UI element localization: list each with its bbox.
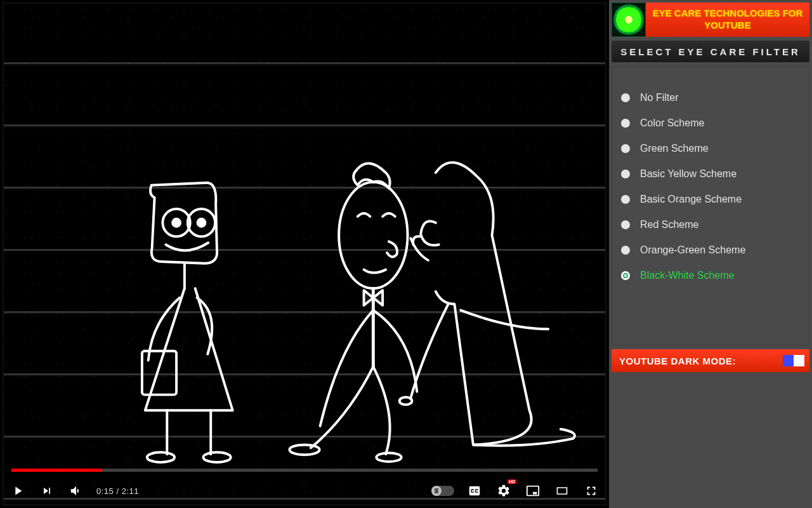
video-player[interactable]: 0:15 / 2:11 HD [0, 0, 609, 508]
filter-label: Color Scheme [640, 117, 704, 129]
time-separator: / [116, 486, 121, 496]
progress-played [11, 469, 102, 472]
filter-label: Black-White Scheme [640, 270, 735, 281]
filter-label: Basic Yellow Scheme [640, 168, 737, 180]
next-button[interactable] [38, 482, 56, 500]
dark-mode-label: YOUTUBE DARK MODE: [619, 356, 736, 366]
captions-button[interactable] [466, 482, 483, 500]
duration: 2:11 [122, 486, 139, 496]
filter-label: No Filter [640, 92, 678, 104]
svg-point-1 [188, 209, 215, 236]
radio-icon [621, 220, 630, 229]
dark-mode-knob [794, 355, 804, 366]
filter-label: Basic Orange Scheme [640, 194, 742, 205]
video-frame [3, 3, 606, 505]
radio-icon [621, 246, 630, 255]
filter-option[interactable]: Basic Orange Scheme [621, 194, 805, 205]
play-button[interactable] [9, 482, 27, 500]
dark-mode-toggle[interactable] [783, 355, 804, 366]
fullscreen-button[interactable] [582, 482, 600, 500]
filter-option[interactable]: Orange-Green Scheme [621, 244, 805, 256]
autoplay-knob [431, 486, 442, 496]
filter-label: Red Scheme [640, 219, 699, 231]
filter-label: Orange-Green Scheme [640, 244, 745, 256]
svg-point-5 [147, 452, 174, 462]
svg-point-0 [162, 209, 190, 236]
brand-header: EYE CARE TECHNOLOGIES FOR YOUTUBE [612, 3, 809, 37]
hd-badge: HD [508, 479, 516, 484]
volume-button[interactable] [67, 482, 85, 500]
radio-icon [621, 195, 630, 204]
brand-title: EYE CARE TECHNOLOGIES FOR YOUTUBE [646, 8, 809, 32]
svg-point-3 [198, 219, 206, 227]
settings-button[interactable]: HD [495, 482, 513, 500]
video-noise-overlay [4, 4, 605, 504]
player-controls: 0:15 / 2:11 HD [0, 474, 609, 508]
dark-mode-bar: YOUTUBE DARK MODE: [612, 349, 809, 372]
theater-button[interactable] [553, 482, 571, 500]
autoplay-toggle[interactable] [431, 486, 454, 496]
svg-point-9 [376, 453, 401, 462]
current-time: 0:15 [96, 486, 114, 496]
filter-option[interactable]: Color Scheme [621, 117, 805, 129]
filter-list: No FilterColor SchemeGreen SchemeBasic Y… [612, 66, 809, 345]
miniplayer-button[interactable] [524, 482, 542, 500]
svg-rect-4 [142, 351, 176, 395]
filter-option[interactable]: No Filter [621, 92, 805, 104]
app-root: 0:15 / 2:11 HD [0, 0, 812, 508]
filter-option[interactable]: Red Scheme [621, 219, 805, 231]
radio-icon [621, 144, 630, 153]
filter-option[interactable]: Black-White Scheme [621, 270, 805, 281]
brand-logo [612, 3, 646, 37]
svg-point-10 [400, 398, 412, 405]
svg-point-7 [339, 182, 407, 288]
filter-option[interactable]: Green Scheme [621, 143, 805, 154]
radio-icon [621, 93, 630, 102]
radio-icon [621, 170, 630, 178]
svg-point-8 [289, 444, 319, 455]
filter-option[interactable]: Basic Yellow Scheme [621, 168, 805, 180]
svg-point-2 [173, 219, 180, 227]
radio-icon [621, 119, 630, 128]
progress-bar[interactable] [11, 469, 598, 472]
select-filter-heading: SELECT EYE CARE FILTER [612, 41, 809, 62]
sidebar: EYE CARE TECHNOLOGIES FOR YOUTUBE SELECT… [609, 0, 812, 508]
svg-point-6 [203, 452, 230, 462]
radio-icon [621, 271, 630, 280]
filter-label: Green Scheme [640, 143, 709, 154]
time-display: 0:15 / 2:11 [96, 486, 139, 496]
video-still [4, 4, 605, 504]
